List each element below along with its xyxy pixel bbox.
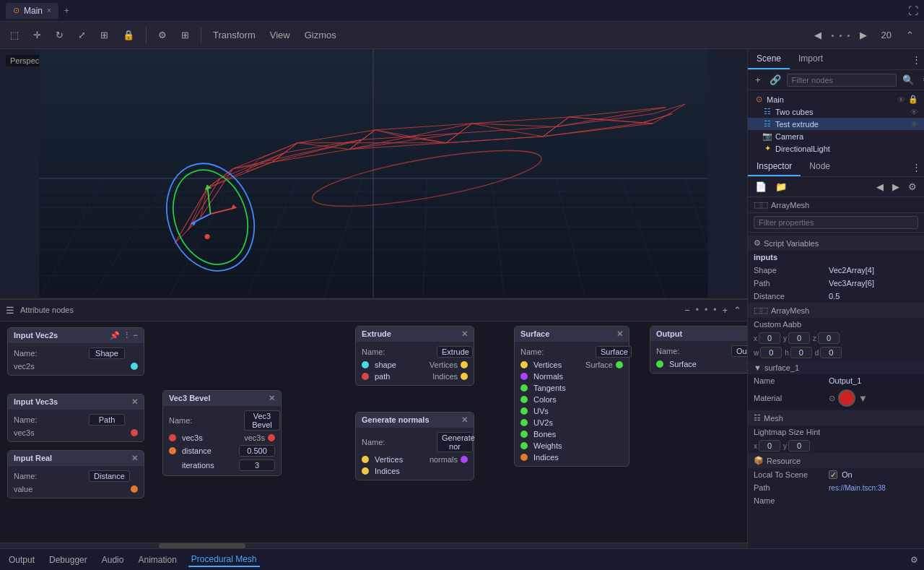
scene-more-icon[interactable]: ⚙ — [920, 73, 924, 87]
inspector-script-icon[interactable]: 📄 — [752, 180, 770, 194]
maximize-icon[interactable]: ⛶ — [908, 5, 918, 17]
inspector-tab[interactable]: Inspector — [748, 157, 801, 176]
vec3-bevel-close[interactable]: ✕ — [269, 394, 275, 403]
inspector-gear-icon[interactable]: ⚙ — [905, 180, 920, 194]
local-to-scene-checkbox[interactable]: ✓ — [829, 470, 837, 479]
main-eye-icon[interactable]: 👁 — [897, 95, 905, 104]
gen-normals-normals-out-port[interactable] — [461, 456, 468, 463]
surface-1-name-value[interactable]: Output_1 — [829, 376, 918, 385]
horizontal-scrollbar[interactable] — [0, 543, 747, 548]
node-editor-menu[interactable]: ☰ — [6, 305, 14, 316]
add-tab-button[interactable]: + — [64, 6, 69, 16]
tree-item-camera[interactable]: 📷 Camera — [748, 130, 924, 142]
vec3-bevel-distance-in-port[interactable] — [169, 447, 176, 454]
scene-options-icon[interactable]: ⋮ — [909, 49, 924, 69]
aabb-h-val[interactable]: 0 — [790, 347, 812, 358]
input-vec3s-output-port[interactable] — [131, 429, 138, 436]
procedural-mesh-tab[interactable]: Procedural Mesh — [188, 553, 260, 567]
scene-filter-input[interactable] — [787, 74, 897, 87]
surface-indices-in-port[interactable] — [520, 454, 528, 461]
import-tab[interactable]: Import — [790, 49, 832, 69]
tree-item-directional-light[interactable]: ✦ DirectionalLight — [748, 142, 924, 155]
node-editor-canvas[interactable]: Input Vec2s 📌 ⋮ − Name: Shape — [0, 321, 747, 543]
mesh-section-header[interactable]: ☷ Mesh — [748, 410, 924, 426]
transform-button[interactable]: Transform — [209, 27, 260, 43]
gizmos-button[interactable]: Gizmos — [300, 27, 341, 43]
two-cubes-eye-icon[interactable]: 👁 — [910, 108, 918, 116]
scene-tab[interactable]: Scene — [748, 49, 790, 69]
input-vec2s-output-port[interactable] — [131, 363, 138, 370]
surface-close[interactable]: ✕ — [616, 329, 623, 339]
settings-button[interactable]: ⚙ — [154, 27, 171, 43]
move-tool-button[interactable]: ✛ — [29, 27, 45, 43]
chevron-up-icon[interactable]: ⌃ — [902, 27, 918, 43]
script-variables-section[interactable]: ⚙ Script Variables — [748, 236, 924, 251]
inspector-folder-icon[interactable]: 📁 — [772, 180, 790, 194]
aabb-w-val[interactable]: 0 — [760, 347, 782, 358]
new-node-button[interactable]: + — [752, 73, 764, 87]
surface-tangents-in-port[interactable] — [520, 384, 528, 392]
debugger-tab[interactable]: Debugger — [46, 553, 90, 566]
surface-uvs-in-port[interactable] — [520, 407, 528, 415]
tree-item-main[interactable]: ⊙ Main 👁 🔒 — [748, 93, 924, 105]
scene-search-icon[interactable]: 🔍 — [899, 73, 917, 87]
vec3-bevel-distance-value[interactable]: 0.500 — [239, 445, 275, 457]
surface-uv2s-in-port[interactable] — [520, 419, 528, 426]
aabb-d-val[interactable]: 0 — [820, 347, 842, 358]
bottom-settings-icon[interactable]: ⚙ — [910, 555, 918, 565]
extrude-path-in-port[interactable] — [362, 373, 369, 380]
aabb-y-val[interactable]: 0 — [788, 332, 810, 344]
rotate-tool-button[interactable]: ↻ — [51, 27, 68, 43]
vec3-bevel-vec3s-in-port[interactable] — [169, 434, 176, 441]
input-vec2s-name-value[interactable]: Shape — [89, 347, 125, 359]
material-dropdown-icon[interactable]: ▼ — [858, 393, 868, 404]
output-surface-in-port[interactable] — [656, 360, 663, 368]
test-extrude-eye-icon[interactable]: 👁 — [910, 120, 918, 129]
node-tab[interactable]: Node — [801, 157, 839, 176]
tab-close-icon[interactable]: × — [47, 7, 51, 14]
extrude-vertices-out-port[interactable] — [461, 361, 468, 368]
extrude-shape-in-port[interactable] — [362, 361, 369, 368]
gen-normals-name-value[interactable]: Generate nor — [437, 432, 473, 452]
surface-surface-out-port[interactable] — [616, 361, 623, 368]
input-vec2s-collapse[interactable]: − — [134, 331, 138, 340]
inspector-options-icon[interactable]: ⋮ — [909, 157, 924, 176]
surface-weights-in-port[interactable] — [520, 442, 528, 449]
vec3-bevel-iterations-value[interactable]: 3 — [239, 459, 275, 471]
new-scene-button[interactable]: 🔗 — [767, 73, 784, 87]
surface-1-header[interactable]: ▼ surface_1 — [748, 361, 924, 374]
next-button[interactable]: ▶ — [855, 27, 871, 43]
surface-vertices-in-port[interactable] — [520, 361, 528, 368]
inspector-next-icon[interactable]: ▶ — [889, 180, 902, 194]
input-real-output-port[interactable] — [131, 485, 138, 493]
input-real-close[interactable]: ✕ — [131, 454, 138, 463]
animation-tab[interactable]: Animation — [135, 553, 179, 566]
lock-button[interactable]: 🔒 — [118, 27, 139, 43]
main-lock-icon[interactable]: 🔒 — [908, 95, 918, 104]
surface-colors-in-port[interactable] — [520, 396, 528, 403]
main-tab[interactable]: ⊙ Main × — [6, 3, 58, 19]
node-editor-chevron[interactable]: ⌃ — [733, 305, 741, 316]
output-tab[interactable]: Output — [6, 553, 38, 566]
aabb-x-val[interactable]: 0 — [759, 332, 780, 344]
extrude-indices-out-port[interactable] — [461, 373, 468, 380]
node-editor-zoom-in[interactable]: + — [722, 305, 728, 316]
material-color-swatch[interactable] — [838, 389, 855, 407]
resource-section-header[interactable]: 📦 Resource — [748, 453, 924, 468]
surface-name-value[interactable]: Surface — [596, 346, 632, 358]
node-more-icon[interactable]: ⋮ — [123, 331, 131, 340]
gen-normals-indices-in-port[interactable] — [362, 467, 369, 475]
input-real-name-value[interactable]: Distance — [89, 470, 130, 482]
extrude-name-value[interactable]: Extrude — [437, 346, 473, 358]
lm-y-val[interactable]: 0 — [788, 440, 810, 452]
inspector-prev-icon[interactable]: ◀ — [873, 180, 886, 194]
tree-item-test-extrude[interactable]: ☷ Test extrude 👁 — [748, 118, 924, 130]
node-editor-zoom-out[interactable]: − — [684, 305, 690, 316]
view-button[interactable]: View — [266, 27, 295, 43]
node-pin-icon[interactable]: 📌 — [110, 331, 120, 340]
vec3-bevel-name-value[interactable]: Vec3 Bevel — [244, 410, 280, 431]
scrollbar-thumb[interactable] — [159, 543, 245, 548]
3d-viewport[interactable]: Perspective — [0, 49, 747, 299]
grid-button[interactable]: ⊞ — [177, 27, 193, 43]
audio-tab[interactable]: Audio — [99, 553, 127, 566]
